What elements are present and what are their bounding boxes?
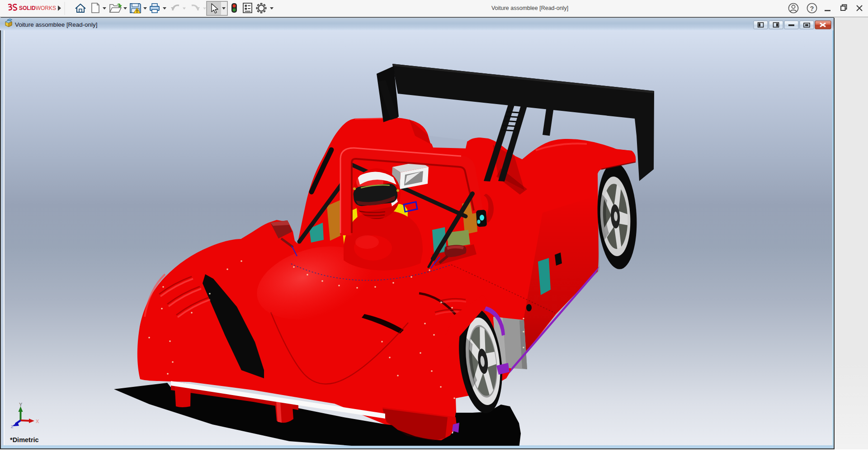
svg-text:Voiture assomblee [Read-only]: Voiture assomblee [Read-only] bbox=[491, 5, 568, 11]
svg-text:SOLIDWORKS: SOLIDWORKS bbox=[19, 5, 56, 11]
svg-text:Voiture assomblee [Read-only]: Voiture assomblee [Read-only] bbox=[15, 21, 97, 28]
svg-text:?: ? bbox=[810, 5, 814, 12]
svg-text:*Dimetric: *Dimetric bbox=[10, 436, 39, 443]
svg-text:Z: Z bbox=[11, 424, 14, 429]
svg-text:X: X bbox=[36, 419, 39, 424]
svg-text:Y: Y bbox=[19, 402, 23, 407]
